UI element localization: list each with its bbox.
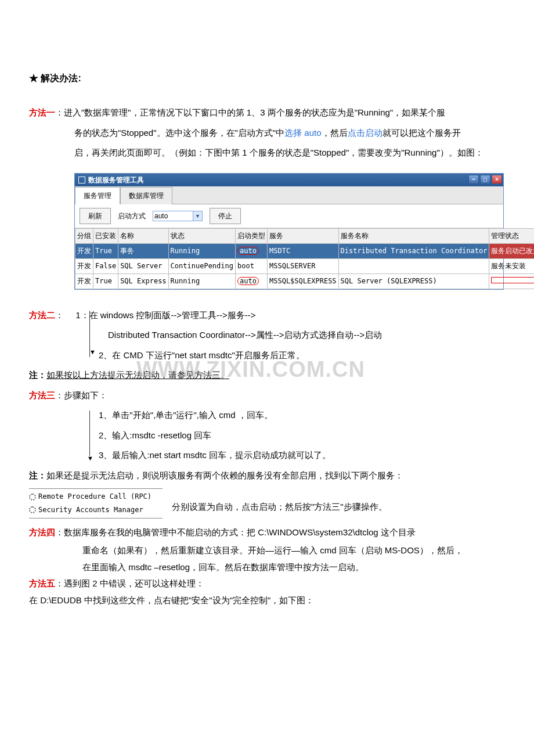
chevron-down-icon[interactable]: ▼ [193,211,203,221]
table-cell: 开发 [75,273,93,289]
blue-text-auto: 选择 auto [284,128,321,138]
table-cell: SQL Express [118,273,168,289]
table-cell: MSDTC [267,244,338,259]
table-header: 状态 [168,229,235,244]
db-tool-window: 数据服务管理工具 – □ × 服务管理 数据库管理 刷新 启动方式 ▼ 停止 分… [74,173,504,290]
table-cell: MSSQLSERVER [267,259,338,274]
table-cell: Running [168,273,235,289]
arrow-down-icon: ▼ [89,346,96,358]
method2-label: 方法二 [29,310,55,320]
table-row[interactable]: 开发TrueSQL ExpressRunningautoMSSQL$SQLEXP… [75,273,535,289]
star-icon: ★ [29,73,38,83]
note1: 注：如果按以上方法提示无法启动，请参见方法三。 [29,367,505,384]
method3-intro: 方法三：步骤如下： [29,387,505,404]
svc-sam: Security Accounts Manager [38,506,143,514]
table-header: 已安装 [93,229,118,244]
note1-text: 如果按以上方法提示无法启动，请参见方法三。 [46,370,229,380]
method1-line2: 务的状态为"Stopped"。选中这个服务，在"启动方式"中选择 auto，然后… [29,125,505,142]
method4-l1: 方法四：数据库服务在我的电脑管理中不能启动的方式：把 C:\WINDOWS\sy… [29,524,505,541]
method5-l1: 方法五：遇到图 2 中错误，还可以这样处理： [29,577,505,591]
method3-label: 方法三 [29,390,55,400]
table-row[interactable]: 开发FalseSQL ServerContinuePendingbootMSSQ… [75,259,535,274]
window-title-text: 数据服务管理工具 [88,174,144,187]
close-icon[interactable]: × [492,175,502,184]
table-cell: SQL Server (SQLEXPRESS) [338,273,489,289]
table-header: 启动类型 [235,229,267,244]
table-cell [489,273,534,289]
method3-l3: 3、最后输入:net start msdtc 回车，提示启动成功就可以了。 [29,447,505,464]
section-title: ★ 解决办法: [29,70,505,87]
window-titlebar: 数据服务管理工具 – □ × [75,174,503,186]
table-cell: ContinuePending [168,259,235,274]
method4-label: 方法四 [29,527,55,537]
table-header: 服务 [267,229,338,244]
note2: 注：如果还是提示无法启动，则说明该服务有两个依赖的服务没有全部启用，找到以下两个… [29,467,505,484]
tab-db-mgmt[interactable]: 数据库管理 [120,187,172,204]
table-cell: 事务 [118,244,168,259]
dependency-services: Remote Procedure Call (RPC) Security Acc… [29,488,163,519]
method3-l1: 1、单击"开始",单击"运行",输入 cmd ，回车。 [29,407,505,424]
table-cell: False [93,259,118,274]
refresh-button[interactable]: 刷新 [80,208,111,225]
tab-service-mgmt[interactable]: 服务管理 [75,187,120,204]
table-cell: True [93,244,118,259]
table-cell: auto [235,244,267,259]
tab-bar: 服务管理 数据库管理 [75,186,503,204]
start-mode-combo[interactable]: ▼ [153,211,203,221]
note1-label: 注： [29,370,46,380]
gear-icon [29,506,36,513]
minimize-icon[interactable]: – [468,175,479,184]
svc-rpc: Remote Procedure Call (RPC) [38,492,151,501]
table-cell: boot [235,259,267,274]
stop-button[interactable]: 停止 [210,208,241,225]
table-header: 名称 [118,229,168,244]
maximize-icon[interactable]: □ [480,175,490,184]
method5-label: 方法五 [29,578,55,588]
method4-l2: 重命名（如果有），然后重新建立该目录。开始—运行—输入 cmd 回车（启动 MS… [29,544,505,557]
table-cell: 服务未安装 [489,259,534,274]
table-header: 分组 [75,229,93,244]
table-cell: True [93,273,118,289]
svc-tail: 分别设置为自动，点击启动；然后按"方法三"步骤操作。 [163,491,387,516]
service-table: 分组已安装名称状态启动类型服务服务名称管理状态说 开发True事务Running… [75,228,534,289]
bracket-line-2 [89,411,90,456]
table-cell: Running [168,244,235,259]
table-row[interactable]: 开发True事务RunningautoMSDTCDistributed Tran… [75,244,535,259]
title-text: 解决办法: [41,73,81,83]
method2-line2: Distributed Transaction Coordinator-->属性… [29,327,505,344]
table-cell: 开发 [75,259,93,274]
start-mode-label: 启动方式 [118,210,146,223]
table-header: 管理状态 [489,229,534,244]
note2-text: 如果还是提示无法启动，则说明该服务有两个依赖的服务没有全部启用，找到以下两个服务… [46,470,403,480]
table-cell: MSSQL$SQLEXPRESS [267,273,338,289]
start-mode-input[interactable] [153,211,193,221]
method4-l3: 在里面输入 msdtc –resetlog，回车。然后在数据库管理中按方法一启动… [29,561,505,574]
method1-line3: 启，再关闭此页面即可。（例如：下图中第 1 个服务的状态是"Stopped"，需… [29,145,505,161]
table-header: 服务名称 [338,229,489,244]
table-cell: SQL Server [118,259,168,274]
method2-line3: ▼ 2、在 CMD 下运行"net start msdtc"开启服务后正常。 [29,347,505,364]
note2-label: 注： [29,470,46,480]
highlighted-value: auto [237,247,259,255]
highlighted-value: auto [237,277,259,285]
gear-icon [29,494,36,501]
method3-l2: 2、输入:msdtc -resetlog 回车 [29,427,505,444]
blue-text-start: 点击启动 [348,128,383,138]
arrow-down-icon-2: ▼ [87,452,93,465]
table-cell: 开发 [75,244,93,259]
table-cell: auto [235,273,267,289]
toolbar: 刷新 启动方式 ▼ 停止 [75,204,503,229]
table-cell: 服务启动已改为:auto [489,244,534,259]
app-icon [78,177,85,183]
table-cell [338,259,489,274]
method5-l2: 在 D:\EDUDB 中找到这些文件，点右键把"安全"设为"完全控制"，如下图： [29,594,505,607]
method1-line1: 方法一：进入"数据库管理"，正常情况下以下窗口中的第 1、3 两个服务的状态应为… [29,105,505,121]
method2-line1: 方法二： 1：在 windows 控制面版-->管理工具-->服务--> [29,307,505,324]
method1-label: 方法一 [29,107,55,117]
table-cell: Distributed Transaction Coordinator [338,244,489,259]
